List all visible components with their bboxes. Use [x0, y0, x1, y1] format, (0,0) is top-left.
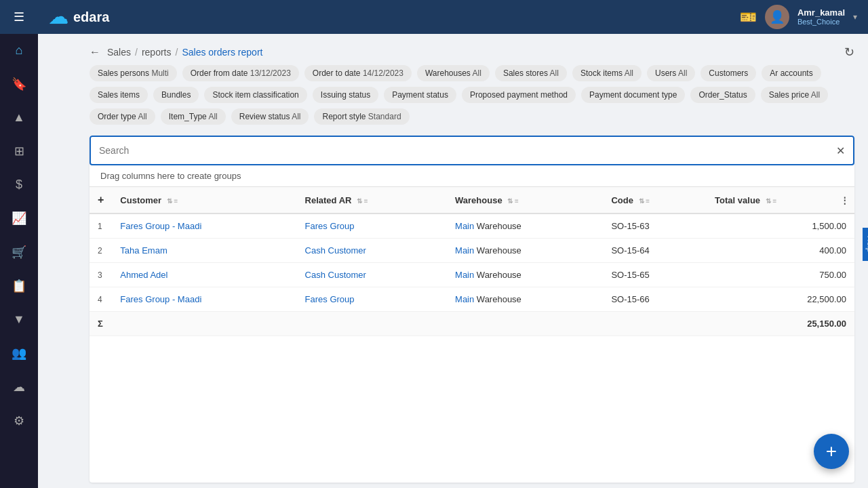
- row-number: 3: [90, 263, 112, 287]
- filter-chip[interactable]: Order_Status: [690, 87, 755, 103]
- customer-cell: Ahmed Adel: [112, 263, 296, 287]
- col-customer[interactable]: Customer ⇅ ≡: [112, 187, 296, 214]
- filter-chip[interactable]: Order type All: [90, 108, 155, 125]
- row-number: 2: [90, 239, 112, 263]
- logo: ☁ edara: [49, 6, 109, 28]
- row-number: 4: [90, 287, 112, 312]
- clear-search-button[interactable]: ✕: [836, 144, 845, 157]
- total-cell: 400.00: [707, 239, 854, 263]
- sidebar-item-settings[interactable]: ⚙: [0, 404, 38, 438]
- col-code-sort-icons[interactable]: ⇅ ≡: [639, 197, 650, 205]
- col-code[interactable]: Code ⇅ ≡: [603, 187, 707, 214]
- filter-chip[interactable]: Order from date 13/12/2023: [182, 65, 299, 81]
- filter-chip[interactable]: Sales persons Multi: [90, 65, 177, 81]
- topbar: ☁ edara 🎫 👤 Amr_kamal Best_Choice ▾: [38, 0, 868, 34]
- more-columns-icon[interactable]: ⋮: [840, 195, 849, 205]
- filter-chip[interactable]: Order to date 14/12/2023: [304, 65, 412, 81]
- sidebar-item-bookmark[interactable]: 🔖: [0, 67, 38, 101]
- col-customer-sort-icons[interactable]: ⇅ ≡: [167, 197, 178, 205]
- refresh-button[interactable]: ↻: [844, 45, 854, 60]
- table-row[interactable]: 3 Ahmed Adel Cash Customer Main Warehous…: [90, 263, 854, 287]
- breadcrumb-sales[interactable]: Sales: [107, 47, 131, 58]
- warehouse-cell: Main Warehouse: [447, 263, 603, 287]
- breadcrumb-sep1: /: [135, 47, 138, 58]
- sidebar-item-cart[interactable]: 🛒: [0, 235, 38, 269]
- filter-chip[interactable]: Stock items All: [572, 65, 642, 81]
- sidebar-item-cloud[interactable]: ☁: [0, 370, 38, 404]
- sidebar-item-collapse[interactable]: ▲: [0, 101, 38, 134]
- data-table: + Customer ⇅ ≡ Related AR ⇅ ≡ Warehouse …: [90, 187, 854, 336]
- sigma-symbol: Σ: [90, 312, 112, 336]
- back-button[interactable]: ←: [90, 46, 100, 58]
- filter-chip[interactable]: Review status All: [231, 108, 309, 125]
- col-total-value[interactable]: Total value ⇅ ≡ ⋮: [707, 187, 854, 214]
- main-content: ← Sales / reports / Sales orders report …: [76, 34, 868, 488]
- breadcrumb-reports[interactable]: reports: [142, 47, 172, 58]
- warehouse-cell: Main Warehouse: [447, 214, 603, 239]
- filter-chip[interactable]: Stock item classification: [204, 87, 307, 103]
- warehouse-cell: Main Warehouse: [447, 287, 603, 312]
- filter-chip[interactable]: Warehouses All: [417, 65, 490, 81]
- ar-cell: Cash Customer: [297, 239, 447, 263]
- fab-add-button[interactable]: +: [814, 434, 849, 469]
- filter-chip[interactable]: Ar accounts: [762, 65, 821, 81]
- filter-chip[interactable]: Users All: [647, 65, 695, 81]
- filter-chip[interactable]: Proposed payment method: [462, 87, 576, 103]
- add-column-button[interactable]: +: [90, 187, 112, 214]
- col-warehouse[interactable]: Warehouse ⇅ ≡: [447, 187, 603, 214]
- filter-chip[interactable]: Payment status: [384, 87, 456, 103]
- filter-chip[interactable]: Customers: [701, 65, 756, 81]
- table-scroll[interactable]: + Customer ⇅ ≡ Related AR ⇅ ≡ Warehouse …: [90, 187, 854, 483]
- sidebar-item-analytics[interactable]: 📈: [0, 201, 38, 235]
- filter-chip[interactable]: Sales items: [90, 87, 148, 103]
- sidebar-item-finance[interactable]: $: [0, 168, 38, 201]
- code-cell: SO-15-66: [603, 287, 707, 312]
- filter-chip[interactable]: Sales price All: [761, 87, 828, 103]
- notifications-icon[interactable]: 🎫: [740, 9, 757, 25]
- table-header-row: + Customer ⇅ ≡ Related AR ⇅ ≡ Warehouse …: [90, 187, 854, 214]
- logo-text: edara: [73, 9, 109, 25]
- breadcrumb: ← Sales / reports / Sales orders report …: [76, 34, 868, 65]
- sidebar-item-home[interactable]: ⌂: [0, 34, 38, 67]
- warehouse-cell: Main Warehouse: [447, 239, 603, 263]
- sigma-total: 25,150.00: [707, 312, 854, 336]
- drag-columns-hint: Drag columns here to create groups: [90, 165, 854, 187]
- col-total-sort-icons[interactable]: ⇅ ≡: [766, 197, 777, 205]
- filters-area: Sales persons MultiOrder from date 13/12…: [76, 65, 868, 130]
- filter-chip[interactable]: Payment document type: [581, 87, 685, 103]
- col-related-ar[interactable]: Related AR ⇅ ≡: [297, 187, 447, 214]
- filter-chip[interactable]: Issuing status: [313, 87, 378, 103]
- table-container: ✕ Drag columns here to create groups + C…: [90, 136, 854, 483]
- filter-chip[interactable]: Report style Standard: [314, 108, 409, 125]
- sidebar-item-grid[interactable]: ⊞: [0, 134, 38, 168]
- filter-chip[interactable]: Item_Type All: [161, 108, 226, 125]
- sidebar-item-users[interactable]: 👥: [0, 336, 38, 370]
- logo-cloud-icon: ☁: [49, 6, 68, 28]
- filter-chip[interactable]: Bundles: [153, 87, 199, 103]
- help-tab[interactable]: Help: [863, 228, 868, 261]
- code-cell: SO-15-63: [603, 214, 707, 239]
- col-ar-sort-icons[interactable]: ⇅ ≡: [357, 197, 368, 205]
- user-name: Amr_kamal: [797, 7, 845, 18]
- customer-cell: Fares Group - Maadi: [112, 287, 296, 312]
- avatar[interactable]: 👤: [765, 5, 789, 29]
- filter-chip[interactable]: Sales stores All: [495, 65, 567, 81]
- sigma-row: Σ 25,150.00: [90, 312, 854, 336]
- sidebar-item-reports[interactable]: 📋: [0, 269, 38, 303]
- total-cell: 22,500.00: [707, 287, 854, 312]
- col-warehouse-sort-icons[interactable]: ⇅ ≡: [507, 197, 519, 205]
- ar-cell: Cash Customer: [297, 263, 447, 287]
- table-row[interactable]: 2 Taha Emam Cash Customer Main Warehouse…: [90, 239, 854, 263]
- total-cell: 1,500.00: [707, 214, 854, 239]
- table-row[interactable]: 1 Fares Group - Maadi Fares Group Main W…: [90, 214, 854, 239]
- user-menu-chevron[interactable]: ▾: [853, 12, 857, 22]
- customer-cell: Taha Emam: [112, 239, 296, 263]
- sidebar-item-expand[interactable]: ▼: [0, 303, 38, 336]
- sidebar: ☰ ⌂ 🔖 ▲ ⊞ $ 📈 🛒 📋 ▼ 👥 ☁ ⚙: [0, 0, 38, 488]
- search-input[interactable]: [99, 145, 836, 156]
- menu-icon[interactable]: ☰: [14, 9, 24, 24]
- breadcrumb-current: Sales orders report: [182, 47, 262, 58]
- customer-cell: Fares Group - Maadi: [112, 214, 296, 239]
- ar-cell: Fares Group: [297, 214, 447, 239]
- table-row[interactable]: 4 Fares Group - Maadi Fares Group Main W…: [90, 287, 854, 312]
